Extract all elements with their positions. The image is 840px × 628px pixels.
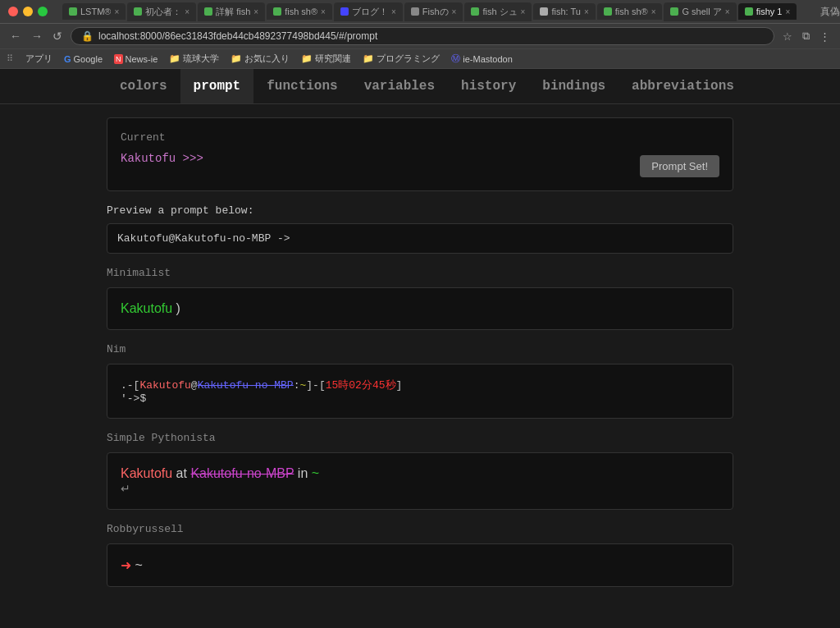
tab-bindings[interactable]: bindings bbox=[529, 69, 619, 103]
browser-tab[interactable]: 詳解 fish × bbox=[198, 2, 265, 21]
nav-buttons: ← → ↺ bbox=[7, 28, 66, 44]
bookmark-news[interactable]: N News-ie bbox=[112, 53, 160, 65]
current-label: Current bbox=[121, 131, 719, 144]
browser-tab[interactable]: ブログ！ × bbox=[334, 2, 403, 21]
tab-close-icon[interactable]: × bbox=[321, 7, 326, 16]
google-icon: G bbox=[64, 54, 71, 64]
menu-button[interactable]: ⋮ bbox=[816, 29, 833, 44]
tab-close-icon[interactable]: × bbox=[521, 7, 526, 16]
bookmark-mastodon[interactable]: Ⓜ ie-Mastodon bbox=[449, 52, 515, 66]
tab-favicon bbox=[540, 7, 548, 16]
tab-close-icon[interactable]: × bbox=[185, 7, 189, 16]
folder-icon: 📁 bbox=[301, 53, 313, 64]
tab-label: LSTM® bbox=[80, 7, 111, 16]
tab-label: G shell ア bbox=[682, 6, 721, 18]
bookmark-research[interactable]: 📁 研究関連 bbox=[299, 52, 354, 66]
bookmark-label: お気に入り bbox=[244, 53, 290, 65]
preview-box: Kakutofu@Kakutofu-no-MBP -> bbox=[107, 223, 733, 254]
tab-label: fish sh® bbox=[615, 7, 648, 16]
back-button[interactable]: ← bbox=[7, 28, 25, 44]
tab-favicon bbox=[411, 7, 419, 16]
title-bar: LSTM® × 初心者： × 詳解 fish × fish sh® × ブログ！ bbox=[0, 0, 840, 23]
browser-tab[interactable]: fish: Tu × bbox=[533, 3, 595, 20]
minimalist-symbol: ) bbox=[172, 301, 180, 315]
tab-favicon bbox=[340, 7, 349, 16]
forward-button[interactable]: → bbox=[28, 28, 46, 44]
bookmark-ryukyu[interactable]: 📁 琉球大学 bbox=[167, 52, 221, 66]
robby-tilde: ~ bbox=[131, 558, 143, 572]
tab-close-icon[interactable]: × bbox=[785, 7, 790, 16]
browser-chrome: LSTM® × 初心者： × 詳解 fish × fish sh® × ブログ！ bbox=[0, 0, 840, 69]
content-area: Current Prompt Set! Kakutofu >>> Preview… bbox=[0, 104, 840, 607]
current-prompt-display: Kakutofu >>> bbox=[121, 152, 719, 165]
browser-tab[interactable]: fish sh® × bbox=[267, 3, 332, 20]
bookmark-label: News-ie bbox=[126, 54, 158, 64]
pythonista-user: Kakutofu bbox=[121, 466, 172, 480]
tab-close-icon[interactable]: × bbox=[651, 7, 656, 16]
tab-label: 詳解 fish bbox=[216, 6, 250, 18]
tab-functions[interactable]: functions bbox=[253, 69, 350, 103]
preview-section: Preview a prompt below: Kakutofu@Kakutof… bbox=[107, 204, 733, 254]
tab-close-icon[interactable]: × bbox=[391, 7, 396, 16]
nim-bracket2: ]-[ bbox=[306, 379, 325, 392]
nim-dot: .-[ bbox=[121, 379, 139, 392]
tab-close-icon[interactable]: × bbox=[114, 7, 119, 16]
refresh-button[interactable]: ↺ bbox=[49, 28, 66, 44]
bookmark-label: アプリ bbox=[25, 53, 52, 65]
close-button[interactable] bbox=[8, 7, 18, 16]
browser-tab[interactable]: fish sh® × bbox=[597, 3, 663, 20]
minimalist-section: Kakutofu ) bbox=[107, 287, 733, 330]
mastodon-icon: Ⓜ bbox=[451, 53, 460, 65]
navigation-bar: ← → ↺ 🔒 localhost:8000/86ec31843fdeb44cb… bbox=[0, 23, 840, 48]
folder-icon: 📁 bbox=[231, 53, 242, 64]
main-content: colors prompt functions variables histor… bbox=[0, 69, 840, 607]
extensions-button[interactable]: ⧉ bbox=[799, 28, 813, 44]
bookmark-favorites[interactable]: 📁 お気に入り bbox=[228, 52, 292, 66]
tab-colors[interactable]: colors bbox=[107, 69, 180, 103]
bookmark-programming[interactable]: 📁 プログラミング bbox=[360, 52, 442, 66]
url-bar[interactable]: 🔒 localhost:8000/86ec31843fdeb44cb489237… bbox=[71, 27, 774, 45]
lock-icon: 🔒 bbox=[81, 30, 94, 42]
browser-tab[interactable]: fish シュ × bbox=[464, 2, 532, 21]
tab-label: fishy 1 bbox=[756, 7, 783, 16]
tab-favicon bbox=[745, 7, 753, 16]
tab-history[interactable]: history bbox=[448, 69, 529, 103]
nim-arrow: '->$ bbox=[121, 392, 146, 405]
tab-favicon bbox=[670, 7, 678, 16]
browser-tab[interactable]: 初心者： × bbox=[127, 2, 196, 21]
browser-tab-active[interactable]: fishy 1 × bbox=[738, 3, 797, 20]
nim-line1: .-[Kakutofu@Kakutofu-no-MBP:~]-[15時02分45… bbox=[121, 378, 719, 392]
pythonista-line2: ↵ bbox=[121, 481, 719, 496]
pythonista-host: Kakutofu-no-MBP bbox=[190, 466, 294, 480]
nim-host: Kakutofu-no-MBP bbox=[198, 379, 294, 392]
robby-label-container: Robbyrussell bbox=[107, 523, 733, 535]
browser-tab[interactable]: G shell ア × bbox=[664, 2, 736, 21]
folder-icon: 📁 bbox=[169, 53, 180, 64]
tab-variables[interactable]: variables bbox=[351, 69, 448, 103]
bookmark-label: プログラミング bbox=[377, 53, 440, 65]
tab-favicon bbox=[471, 7, 479, 16]
browser-tab[interactable]: Fishの × bbox=[404, 2, 463, 21]
pythonista-section: Kakutofu at Kakutofu-no-MBP in ~ ↵ bbox=[107, 452, 733, 510]
bookmark-apps[interactable]: アプリ bbox=[23, 52, 55, 66]
nim-user: Kakutofu bbox=[139, 379, 190, 392]
tab-close-icon[interactable]: × bbox=[584, 7, 589, 16]
tab-close-icon[interactable]: × bbox=[725, 7, 730, 16]
tab-abbreviations[interactable]: abbreviations bbox=[619, 69, 747, 103]
current-section: Current Prompt Set! Kakutofu >>> bbox=[107, 117, 733, 191]
tab-close-icon[interactable]: × bbox=[253, 7, 258, 16]
prompt-set-button[interactable]: Prompt Set! bbox=[640, 155, 719, 177]
robby-section: ➜ ~ bbox=[107, 543, 733, 587]
maximize-button[interactable] bbox=[38, 7, 48, 16]
minimize-button[interactable] bbox=[23, 7, 33, 16]
news-icon: N bbox=[114, 54, 123, 64]
tab-label: fish sh® bbox=[285, 7, 317, 16]
pythonista-tilde: ~ bbox=[312, 466, 319, 480]
star-button[interactable]: ☆ bbox=[779, 29, 796, 44]
minimalist-label: Minimalist bbox=[107, 267, 733, 279]
tab-close-icon[interactable]: × bbox=[452, 7, 457, 16]
tab-prompt[interactable]: prompt bbox=[180, 69, 254, 103]
url-text: localhost:8000/86ec31843fdeb44cb48923774… bbox=[98, 30, 377, 42]
bookmark-google[interactable]: G Google bbox=[62, 53, 105, 65]
browser-tab[interactable]: LSTM® × bbox=[62, 3, 126, 20]
